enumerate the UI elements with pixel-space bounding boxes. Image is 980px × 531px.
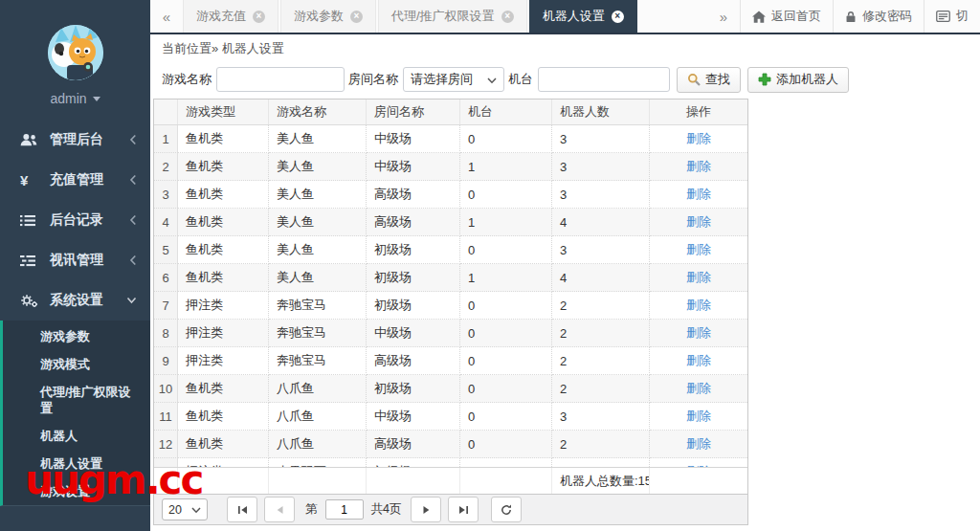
cell-4: 1	[460, 153, 552, 181]
lock-icon	[845, 11, 857, 23]
search-button[interactable]: 查找	[677, 67, 741, 93]
total-pages-label: 共4页	[371, 501, 402, 518]
tabs-scroll-right-button[interactable]: »	[707, 0, 740, 33]
room-select[interactable]: 请选择房间	[403, 67, 504, 92]
cell-2: 水果玛丽	[269, 458, 367, 467]
cell-2: 美人鱼	[269, 209, 367, 236]
last-page-button[interactable]	[448, 497, 479, 522]
cell-action: 删除	[650, 181, 747, 209]
tab-robot-settings[interactable]: 机器人设置×	[529, 0, 637, 33]
close-icon[interactable]: ×	[612, 11, 624, 23]
header-action-label: 切	[956, 8, 969, 25]
submenu-item-game-settings[interactable]: 游戏设置	[3, 477, 150, 505]
tab-game-recharge[interactable]: 游戏充值×	[183, 0, 278, 33]
cell-0: 1	[154, 125, 178, 153]
tab-game-params[interactable]: 游戏参数×	[280, 0, 376, 33]
game-name-input[interactable]	[216, 67, 345, 92]
cell-1: 押注类	[178, 292, 269, 320]
cell-1: 押注类	[178, 458, 269, 467]
delete-link[interactable]: 删除	[686, 352, 711, 369]
chevron-left-icon	[129, 134, 137, 145]
sidebar-item-recharge-mgmt[interactable]: ¥充值管理	[0, 160, 150, 200]
delete-link[interactable]: 删除	[686, 130, 711, 147]
cell-5: 4	[552, 264, 650, 292]
cell-action: 删除	[650, 236, 747, 264]
submenu-item-game-mode[interactable]: 游戏模式	[3, 350, 150, 378]
sidebar-item-backend-records[interactable]: 后台记录	[0, 200, 150, 240]
cell-action: 删除	[650, 125, 747, 153]
refresh-icon	[501, 504, 512, 516]
add-plus-icon	[758, 73, 771, 86]
table-row: 10鱼机类八爪鱼初级场02删除	[154, 375, 747, 403]
delete-link[interactable]: 删除	[686, 158, 711, 175]
cell-1: 鱼机类	[178, 181, 269, 209]
table-row: 11鱼机类八爪鱼中级场03删除	[154, 403, 747, 431]
close-icon[interactable]: ×	[253, 11, 265, 23]
tasks-icon	[20, 254, 41, 267]
tab-agent-promo-permission[interactable]: 代理/推广权限设置×	[378, 0, 527, 33]
cell-0: 7	[154, 292, 178, 320]
cell-3: 高级场	[367, 347, 460, 375]
table-row: 7押注类奔驰宝马初级场02删除	[154, 292, 747, 320]
cell-5: 3	[552, 403, 650, 431]
close-icon[interactable]: ×	[350, 11, 363, 23]
close-icon[interactable]: ×	[501, 11, 514, 23]
cell-action: 删除	[650, 292, 747, 320]
header-action-change-password[interactable]: 修改密码	[833, 0, 924, 33]
submenu-item-game-params[interactable]: 游戏参数	[3, 322, 150, 350]
delete-link[interactable]: 删除	[686, 269, 711, 286]
filter-bar: 游戏名称 房间名称 请选择房间 机台 查找 添加机器人	[150, 63, 980, 96]
next-page-button[interactable]	[411, 497, 441, 522]
submenu-item-agent-promo-permission[interactable]: 代理/推广权限设置	[3, 378, 150, 422]
refresh-button[interactable]	[491, 497, 522, 522]
current-page-input[interactable]	[325, 499, 364, 520]
robot-settings-admin-page: admin 管理后台¥充值管理后台记录视讯管理系统设置 游戏参数游戏模式代理/推…	[0, 0, 980, 531]
user-menu[interactable]: admin	[0, 91, 150, 106]
tab-bar: « 游戏充值×游戏参数×代理/推广权限设置×机器人设置× » 返回首页修改密码切	[150, 0, 980, 34]
footer-cell-0	[154, 468, 178, 494]
cell-0: 2	[154, 153, 178, 181]
delete-link[interactable]: 删除	[686, 186, 711, 203]
first-page-icon	[237, 505, 248, 515]
machine-input[interactable]	[538, 67, 670, 92]
user-avatar[interactable]	[48, 25, 103, 80]
sidebar-item-admin-backend[interactable]: 管理后台	[0, 120, 150, 160]
cell-4: 0	[460, 431, 552, 458]
delete-link[interactable]: 删除	[686, 408, 711, 425]
tabs-scroll-left-button[interactable]: «	[150, 0, 183, 33]
header-action-back-home[interactable]: 返回首页	[740, 0, 833, 33]
column-header-2: 游戏名称	[269, 100, 367, 124]
cell-3: 中级场	[367, 153, 460, 181]
page-size-select[interactable]: 20	[162, 498, 208, 520]
delete-link[interactable]: 删除	[686, 241, 711, 258]
delete-link[interactable]: 删除	[686, 435, 711, 453]
prev-page-button[interactable]	[264, 497, 295, 522]
submenu-item-robot[interactable]: 机器人	[3, 422, 150, 450]
delete-link[interactable]: 删除	[686, 297, 711, 314]
delete-link[interactable]: 删除	[686, 324, 711, 342]
add-robot-button[interactable]: 添加机器人	[747, 67, 849, 93]
cell-action: 删除	[650, 458, 747, 467]
column-header-3: 房间名称	[367, 100, 460, 124]
delete-link[interactable]: 删除	[686, 213, 711, 231]
cell-3: 中级场	[367, 125, 460, 153]
first-page-button[interactable]	[227, 497, 257, 522]
sidebar-item-video-mgmt[interactable]: 视讯管理	[0, 240, 150, 280]
delete-link[interactable]: 删除	[686, 380, 711, 397]
sidebar-item-system-settings[interactable]: 系统设置	[0, 280, 150, 321]
footer-cell-4	[460, 468, 552, 494]
machine-label: 机台	[508, 71, 533, 88]
delete-link[interactable]: 删除	[686, 463, 711, 467]
cell-5: 3	[552, 153, 650, 181]
column-header-6: 操作	[650, 100, 747, 124]
list-icon	[20, 214, 41, 227]
table-row: 3鱼机类美人鱼高级场03删除	[154, 181, 747, 209]
breadcrumb-prefix: 当前位置»	[162, 41, 218, 55]
cell-1: 押注类	[178, 320, 269, 347]
breadcrumb: 当前位置» 机器人设置	[150, 34, 980, 63]
header-action-switch[interactable]: 切	[924, 0, 980, 33]
cell-4: 0	[460, 375, 552, 403]
cell-1: 鱼机类	[178, 153, 269, 181]
username: admin	[50, 91, 86, 106]
submenu-item-robot-settings[interactable]: 机器人设置	[3, 450, 150, 477]
